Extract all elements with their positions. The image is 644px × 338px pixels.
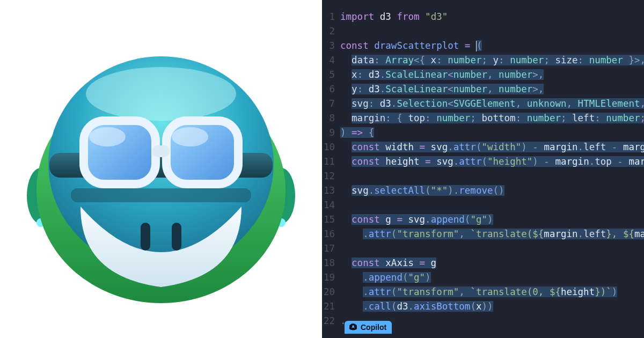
line-number: 4 bbox=[322, 53, 340, 68]
code-content[interactable]: ) => { bbox=[340, 126, 374, 140]
code-content[interactable]: .attr("transform", `translate(${margin.l… bbox=[340, 227, 644, 241]
code-line[interactable]: 14 bbox=[322, 198, 644, 212]
code-content[interactable]: data: Array<{ x: number; y: number; size… bbox=[340, 53, 644, 68]
code-content[interactable]: const drawScatterplot = ( bbox=[340, 39, 482, 53]
code-line[interactable]: 16 .attr("transform", `translate(${margi… bbox=[322, 227, 644, 241]
code-content[interactable]: x: d3.ScaleLinear<number, number>, bbox=[340, 68, 544, 82]
svg-rect-15 bbox=[71, 188, 251, 202]
code-line[interactable]: 7 svg: d3.Selection<SVGGElement, unknown… bbox=[322, 97, 644, 111]
svg-rect-7 bbox=[141, 223, 150, 251]
code-content[interactable]: .append("g") bbox=[340, 270, 431, 285]
line-number: 20 bbox=[322, 285, 340, 299]
line-number: 8 bbox=[322, 111, 340, 126]
code-area[interactable]: 1import d3 from "d3"23const drawScatterp… bbox=[322, 0, 644, 328]
code-line[interactable]: 20 .attr("transform", `translate(0, ${he… bbox=[322, 285, 644, 299]
line-number: 9 bbox=[322, 126, 340, 140]
copilot-suggestion-chip[interactable]: Copilot bbox=[345, 321, 392, 334]
copilot-robot-icon bbox=[21, 30, 301, 308]
code-content[interactable]: const g = svg.append("g") bbox=[340, 212, 493, 227]
code-line[interactable]: 11 const height = svg.attr("height") - m… bbox=[322, 155, 644, 169]
code-line[interactable]: 3const drawScatterplot = ( bbox=[322, 39, 644, 53]
code-line[interactable]: 2 bbox=[322, 24, 644, 39]
svg-rect-12 bbox=[152, 145, 170, 157]
code-line[interactable]: 19 .append("g") bbox=[322, 270, 644, 285]
code-line[interactable]: 6 y: d3.ScaleLinear<number, number>, bbox=[322, 82, 644, 97]
code-line[interactable]: 21 .call(d3.axisBottom(x)) bbox=[322, 299, 644, 314]
copilot-icon bbox=[349, 323, 357, 332]
code-content[interactable]: svg.selectAll("*").remove() bbox=[340, 183, 504, 198]
svg-point-6 bbox=[86, 67, 236, 121]
line-number: 11 bbox=[322, 155, 340, 169]
code-content[interactable]: const xAxis = g bbox=[340, 256, 436, 270]
code-line[interactable]: 8 margin: { top: number; bottom: number;… bbox=[322, 111, 644, 126]
code-line[interactable]: 9) => { bbox=[322, 126, 644, 140]
copilot-chip-label: Copilot bbox=[361, 323, 386, 332]
code-line[interactable]: 13 svg.selectAll("*").remove() bbox=[322, 183, 644, 198]
code-line[interactable]: 5 x: d3.ScaleLinear<number, number>, bbox=[322, 68, 644, 82]
code-content[interactable]: import d3 from "d3" bbox=[340, 10, 448, 24]
line-number: 15 bbox=[322, 212, 340, 227]
line-number: 18 bbox=[322, 256, 340, 270]
code-line[interactable]: 4 data: Array<{ x: number; y: number; si… bbox=[322, 53, 644, 68]
svg-point-13 bbox=[89, 127, 126, 146]
code-line[interactable]: 18 const xAxis = g bbox=[322, 256, 644, 270]
line-number: 14 bbox=[322, 198, 340, 212]
line-number: 21 bbox=[322, 299, 340, 314]
code-content[interactable]: .call(d3.axisBottom(x)) bbox=[340, 299, 493, 314]
line-number: 6 bbox=[322, 82, 340, 97]
svg-rect-8 bbox=[172, 223, 181, 251]
line-number: 7 bbox=[322, 97, 340, 111]
code-content[interactable]: y: d3.ScaleLinear<number, number>, bbox=[340, 82, 544, 97]
line-number: 2 bbox=[322, 24, 340, 39]
code-content[interactable]: margin: { top: number; bottom: number; l… bbox=[340, 111, 644, 126]
line-number: 1 bbox=[322, 10, 340, 24]
svg-point-14 bbox=[172, 127, 208, 146]
line-number: 3 bbox=[322, 39, 340, 53]
code-editor-pane[interactable]: 1import d3 from "d3"23const drawScatterp… bbox=[322, 0, 644, 338]
app-container: 1import d3 from "d3"23const drawScatterp… bbox=[0, 0, 644, 338]
line-number: 13 bbox=[322, 183, 340, 198]
line-number: 12 bbox=[322, 169, 340, 183]
code-line[interactable]: 17 bbox=[322, 241, 644, 256]
code-line[interactable]: 15 const g = svg.append("g") bbox=[322, 212, 644, 227]
code-line[interactable]: 12 bbox=[322, 169, 644, 183]
line-number: 19 bbox=[322, 270, 340, 285]
line-number: 17 bbox=[322, 241, 340, 256]
code-line[interactable]: 1import d3 from "d3" bbox=[322, 10, 644, 24]
line-number: 10 bbox=[322, 140, 340, 155]
code-content[interactable]: const height = svg.attr("height") - marg… bbox=[340, 155, 644, 169]
line-number: 5 bbox=[322, 68, 340, 82]
code-content[interactable]: const width = svg.attr("width") - margin… bbox=[340, 140, 644, 155]
code-content[interactable]: .attr("transform", `translate(0, ${heigh… bbox=[340, 285, 617, 299]
line-number: 22 bbox=[322, 314, 340, 328]
code-content[interactable]: svg: d3.Selection<SVGGElement, unknown, … bbox=[340, 97, 644, 111]
code-line[interactable]: 10 const width = svg.attr("width") - mar… bbox=[322, 140, 644, 155]
copilot-logo-pane bbox=[0, 0, 322, 338]
line-number: 16 bbox=[322, 227, 340, 241]
